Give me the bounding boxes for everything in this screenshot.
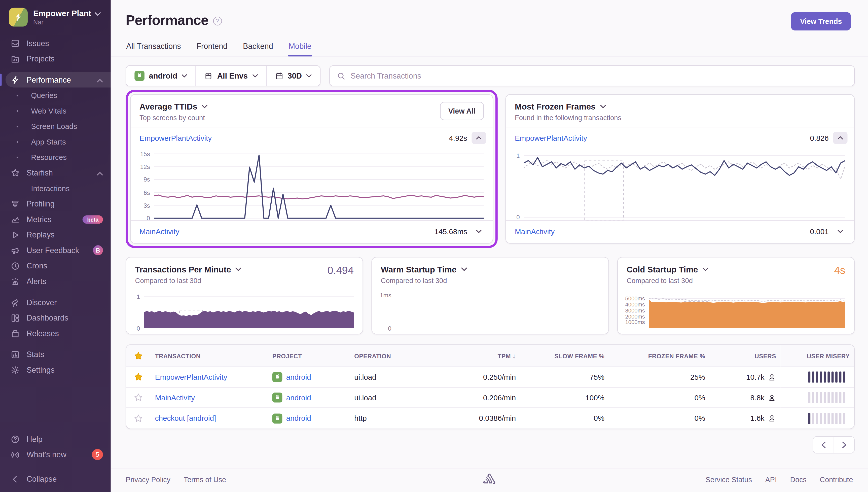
sidebar-item-releases[interactable]: Releases [0,325,111,341]
collapse-accordion-button[interactable] [833,132,847,144]
widget-title[interactable]: Warm Startup Time [381,265,457,274]
sidebar-item-metrics[interactable]: Metricsbeta [0,212,111,227]
tab-mobile[interactable]: Mobile [288,38,312,56]
column-header-user-misery[interactable]: USER MISERY [781,345,854,367]
bullet-icon [17,141,18,143]
column-header-project[interactable]: PROJECT [268,345,350,367]
transaction-link[interactable]: MainActivity [155,393,195,401]
footer-link-docs[interactable]: Docs [790,476,807,484]
chevron-down-icon [476,230,482,233]
star-toggle[interactable] [134,414,143,423]
footer-link-api[interactable]: API [765,476,777,484]
expand-accordion-button[interactable] [833,225,847,238]
sidebar-item-label: Stats [27,350,103,359]
filter-bar: android All Envs 30D [111,56,868,87]
environment-filter-value: All Envs [217,72,248,80]
sidebar-item-collapse[interactable]: Collapse [0,471,111,487]
column-header-users[interactable]: USERS [710,345,781,367]
help-icon[interactable]: ? [213,17,222,25]
widget-title[interactable]: Average TTIDs [139,102,197,111]
axis-tick-label: 3000ms [625,308,645,314]
project-filter[interactable]: android [126,66,196,86]
column-header-star[interactable] [126,345,151,367]
chevron-up-icon [97,168,103,177]
sidebar-item-projects[interactable]: Projects [0,51,111,67]
starfish-icon [10,168,20,177]
user-icon [768,393,776,401]
transaction-link[interactable]: EmpowerPlantActivity [155,373,227,381]
widget-title[interactable]: Cold Startup Time [627,265,698,274]
cell-operation: ui.load [350,388,443,408]
sidebar-item-resources[interactable]: Resources [0,150,111,165]
sentry-app: Empower Plant Nar IssuesProjectsPerforma… [0,0,868,492]
previous-page-button[interactable] [813,437,834,453]
cell-star[interactable] [126,388,151,408]
view-trends-button[interactable]: View Trends [791,12,851,30]
widget-title[interactable]: Transactions Per Minute [135,265,231,274]
transaction-link[interactable]: MainActivity [515,227,806,236]
project-link[interactable]: android [272,413,311,423]
axis-tick-label: 0 [516,214,519,221]
sidebar-item-app-starts[interactable]: App Starts [0,134,111,150]
date-range-filter[interactable]: 30D [266,66,320,86]
sidebar-item-settings[interactable]: Settings [0,362,111,378]
projects-icon [10,54,20,63]
tab-all-transactions[interactable]: All Transactions [126,38,181,56]
sidebar-item-screen-loads[interactable]: Screen Loads [0,119,111,134]
sidebar-item-what-s-new[interactable]: What's new5 [0,447,111,463]
sidebar-item-discover[interactable]: Discover [0,295,111,310]
transaction-link[interactable]: MainActivity [139,227,430,236]
org-switcher[interactable]: Empower Plant Nar [0,0,111,33]
sidebar-item-interactions[interactable]: Interactions [0,180,111,196]
sidebar-item-stats[interactable]: Stats [0,347,111,362]
sidebar-item-performance[interactable]: Performance [5,72,111,88]
widget-title[interactable]: Most Frozen Frames [515,102,596,111]
expand-accordion-button[interactable] [471,225,486,238]
stats-icon [10,350,20,359]
sidebar-item-issues[interactable]: Issues [0,35,111,51]
footer-link-contribute[interactable]: Contribute [820,476,853,484]
star-toggle[interactable] [134,373,143,382]
footer-link-privacy-policy[interactable]: Privacy Policy [126,476,171,484]
search-input[interactable] [351,72,847,80]
view-all-button[interactable]: View All [440,102,484,120]
environment-filter[interactable]: All Envs [196,66,266,86]
collapse-accordion-button[interactable] [471,132,486,144]
project-link[interactable]: android [272,393,311,402]
column-header-operation[interactable]: OPERATION [350,345,443,367]
sidebar-item-web-vitals[interactable]: Web Vitals [0,103,111,119]
sidebar-item-label: Dashboards [27,314,103,322]
transaction-link[interactable]: EmpowerPlantActivity [515,134,806,142]
column-header-slow-frame[interactable]: SLOW FRAME % [520,345,609,367]
sidebar-item-dashboards[interactable]: Dashboards [0,310,111,325]
sidebar-item-queries[interactable]: Queries [0,88,111,103]
column-header-tpm[interactable]: TPM↓ [443,345,520,367]
sidebar-item-user-feedback[interactable]: User FeedbackB [0,243,111,258]
sidebar-item-alerts[interactable]: Alerts [0,273,111,289]
dashboards-icon [10,313,20,322]
cell-star[interactable] [126,408,151,428]
crons-icon [10,261,20,270]
widget-subtitle: Compared to last 30d [135,277,354,285]
sidebar-item-help[interactable]: Help [0,431,111,447]
transaction-link[interactable]: checkout [android] [155,414,216,422]
cell-frozen-frame: 0% [609,388,710,408]
project-link[interactable]: android [272,372,311,382]
sidebar-item-starfish[interactable]: Starfish [0,165,111,180]
tab-backend[interactable]: Backend [242,38,274,56]
widget-value: 4s [834,265,845,277]
footer-link-terms-of-use[interactable]: Terms of Use [184,476,226,484]
footer-link-service-status[interactable]: Service Status [706,476,752,484]
sidebar-item-replays[interactable]: Replays [0,227,111,243]
star-toggle[interactable] [134,393,143,402]
sidebar-item-profiling[interactable]: Profiling [0,196,111,212]
sidebar-item-crons[interactable]: Crons [0,258,111,274]
sidebar-item-label: Discover [27,298,103,307]
column-header-transaction[interactable]: TRANSACTION [151,345,268,367]
transaction-link[interactable]: EmpowerPlantActivity [139,134,444,142]
next-page-button[interactable] [834,437,854,453]
column-header-frozen-frame[interactable]: FROZEN FRAME % [609,345,710,367]
user-misery-bars [808,371,850,383]
tab-frontend[interactable]: Frontend [196,38,228,56]
cell-star[interactable] [126,367,151,388]
